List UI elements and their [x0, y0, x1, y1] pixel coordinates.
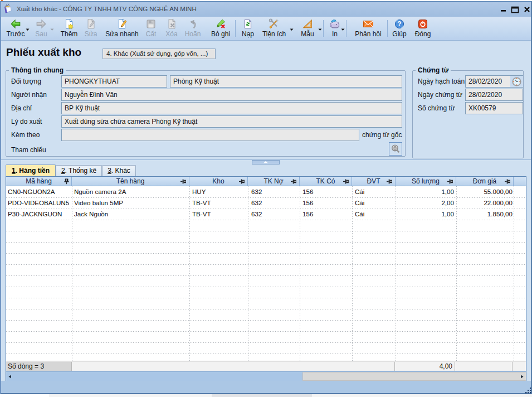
- svg-text:?: ?: [397, 20, 401, 28]
